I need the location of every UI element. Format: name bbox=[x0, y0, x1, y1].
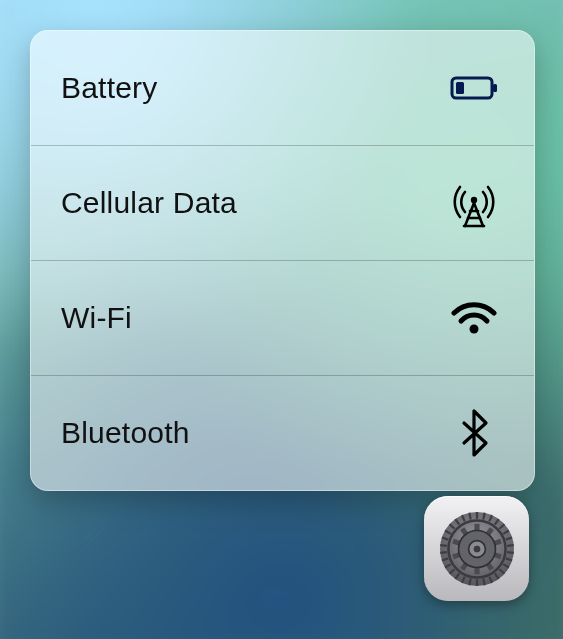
svg-rect-21 bbox=[475, 579, 477, 586]
cell-tower-icon bbox=[446, 175, 502, 231]
svg-point-4 bbox=[470, 325, 479, 334]
menu-item-label: Bluetooth bbox=[61, 416, 190, 450]
settings-gear-icon bbox=[435, 507, 519, 591]
svg-rect-6 bbox=[475, 512, 477, 519]
svg-rect-2 bbox=[456, 82, 464, 94]
menu-item-battery[interactable]: Battery bbox=[31, 31, 534, 145]
menu-item-wifi[interactable]: Wi-Fi bbox=[31, 260, 534, 375]
menu-item-label: Battery bbox=[61, 71, 157, 105]
quick-action-menu: Battery Cellular Data bbox=[30, 30, 535, 491]
menu-item-cellular-data[interactable]: Cellular Data bbox=[31, 145, 534, 260]
menu-item-label: Cellular Data bbox=[61, 186, 237, 220]
menu-item-bluetooth[interactable]: Bluetooth bbox=[31, 375, 534, 490]
battery-low-icon bbox=[446, 60, 502, 116]
menu-item-label: Wi-Fi bbox=[61, 301, 132, 335]
settings-app-icon[interactable] bbox=[424, 496, 529, 601]
wifi-icon bbox=[446, 290, 502, 346]
bluetooth-icon bbox=[446, 405, 502, 461]
svg-rect-1 bbox=[493, 84, 497, 92]
svg-point-51 bbox=[473, 545, 480, 552]
